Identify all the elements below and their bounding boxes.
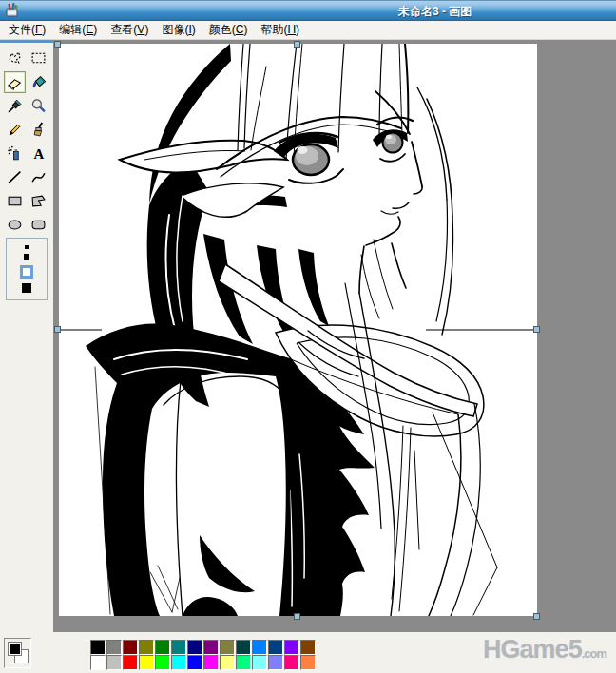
palette-swatch-000080[interactable] <box>187 640 202 655</box>
palette-swatch-C0C0C0[interactable] <box>106 655 122 670</box>
fill-icon <box>30 74 47 90</box>
tool-fill-with-color[interactable] <box>28 71 49 93</box>
watermark: HGame5.com <box>483 635 606 664</box>
tool-rectangle[interactable] <box>4 190 26 212</box>
tool-grid: A <box>0 40 53 238</box>
palette-swatch-000000[interactable] <box>90 640 106 655</box>
eraser-size-8-selected[interactable] <box>20 265 33 279</box>
line-icon <box>7 169 23 185</box>
rounded-rectangle-icon <box>30 217 47 233</box>
drawing-canvas[interactable] <box>59 44 537 616</box>
palette-swatch-808000[interactable] <box>139 640 154 655</box>
ellipse-icon <box>7 217 23 233</box>
tool-pencil[interactable] <box>4 119 26 141</box>
tool-brush[interactable] <box>28 119 49 141</box>
eraser-size-4[interactable] <box>25 245 29 249</box>
tool-polygon[interactable] <box>28 190 49 212</box>
palette-swatch-FF0000[interactable] <box>123 655 138 670</box>
palette-swatch-FF8040[interactable] <box>300 655 316 670</box>
current-colors-indicator <box>4 638 31 668</box>
tool-free-form-select[interactable] <box>4 48 26 69</box>
magnifier-icon <box>30 98 47 114</box>
eraser-icon <box>7 74 23 90</box>
palette-swatch-00FF00[interactable] <box>155 655 170 670</box>
palette-swatch-800080[interactable] <box>203 640 219 655</box>
title-bar: 未命名3 - 画图 <box>0 0 616 21</box>
palette-swatch-8080FF[interactable] <box>268 655 283 670</box>
canvas-artwork <box>59 44 537 616</box>
curve-icon <box>30 169 47 185</box>
palette-swatch-800000[interactable] <box>123 640 138 655</box>
canvas-handle-right-middle[interactable] <box>533 326 540 333</box>
palette-swatch-0080FF[interactable] <box>252 640 267 655</box>
tool-ellipse[interactable] <box>4 214 26 236</box>
menu-item-e[interactable]: 编辑(E) <box>52 20 104 40</box>
artwork-ear <box>120 141 287 218</box>
tool-eraser[interactable] <box>4 71 26 93</box>
paint-app-icon[interactable] <box>5 3 20 18</box>
canvas-handle-bottom-middle[interactable] <box>294 613 300 620</box>
menu-item-i[interactable]: 图像(I) <box>155 20 202 40</box>
canvas-handle-top-left <box>54 41 61 48</box>
select-icon <box>30 50 47 67</box>
menu-item-f[interactable]: 文件(F) <box>2 20 52 40</box>
eraser-size-6[interactable] <box>24 254 29 260</box>
palette-row-2 <box>90 655 317 670</box>
palette-swatch-FFFF00[interactable] <box>139 655 154 670</box>
tool-curve[interactable] <box>28 166 49 188</box>
watermark-text: HGame5 <box>483 635 582 663</box>
window-title: 未命名3 - 画图 <box>398 4 472 20</box>
palette-swatch-004080[interactable] <box>268 640 283 655</box>
toolbar-top-edge <box>0 40 53 43</box>
palette-swatch-804000[interactable] <box>300 640 316 655</box>
palette-swatch-004040[interactable] <box>236 640 251 655</box>
paint-window: 未命名3 - 画图 文件(F)编辑(E)查看(V)图像(I)颜色(C)帮助(H)… <box>0 0 616 673</box>
polygon-icon <box>30 193 47 209</box>
palette-swatch-FFFF80[interactable] <box>220 655 235 670</box>
palette-swatch-8000FF[interactable] <box>284 640 299 655</box>
eraser-size-options <box>6 238 48 300</box>
color-palette <box>90 640 317 670</box>
tool-pick-color[interactable] <box>4 95 26 117</box>
foreground-color-swatch <box>8 642 22 656</box>
tool-airbrush[interactable] <box>4 143 26 164</box>
palette-swatch-808080[interactable] <box>106 640 122 655</box>
menu-item-v[interactable]: 查看(V) <box>104 20 155 40</box>
palette-swatch-FF0080[interactable] <box>284 655 299 670</box>
menu-bar: 文件(F)编辑(E)查看(V)图像(I)颜色(C)帮助(H) <box>0 21 616 40</box>
pencil-icon <box>7 122 23 138</box>
brush-icon <box>30 122 47 138</box>
palette-swatch-0000FF[interactable] <box>187 655 202 670</box>
tool-magnifier[interactable] <box>28 95 49 117</box>
color-bar: HGame5.com <box>0 632 616 673</box>
watermark-suffix: .com <box>582 646 606 661</box>
palette-swatch-008000[interactable] <box>155 640 170 655</box>
palette-swatch-808040[interactable] <box>220 640 235 655</box>
workspace <box>53 40 616 632</box>
tool-select[interactable] <box>28 48 49 69</box>
palette-row-1 <box>90 640 317 655</box>
palette-swatch-00FF80[interactable] <box>236 655 251 670</box>
menu-item-h[interactable]: 帮助(H) <box>254 20 306 40</box>
airbrush-icon <box>7 145 23 162</box>
eraser-size-10[interactable] <box>22 283 31 293</box>
menu-item-c[interactable]: 颜色(C) <box>202 20 255 40</box>
canvas-handle-bottom-right[interactable] <box>533 613 540 620</box>
eyedropper-icon <box>7 98 23 114</box>
palette-swatch-00FFFF[interactable] <box>171 655 186 670</box>
artwork-face <box>359 87 453 335</box>
canvas-handle-left-middle <box>54 326 61 333</box>
text-icon: A <box>30 145 47 162</box>
palette-swatch-80FFFF[interactable] <box>252 655 267 670</box>
main-area: A <box>0 40 616 632</box>
rectangle-icon <box>7 193 23 209</box>
tool-text[interactable]: A <box>28 143 49 164</box>
palette-swatch-008080[interactable] <box>171 640 186 655</box>
palette-swatch-FFFFFF[interactable] <box>90 655 106 670</box>
tool-box: A <box>0 40 53 632</box>
tool-rounded-rectangle[interactable] <box>28 214 49 236</box>
palette-swatch-FF00FF[interactable] <box>203 655 219 670</box>
free-form-select-icon <box>7 50 23 67</box>
canvas-handle-top-middle <box>294 41 300 48</box>
tool-line[interactable] <box>4 166 26 188</box>
